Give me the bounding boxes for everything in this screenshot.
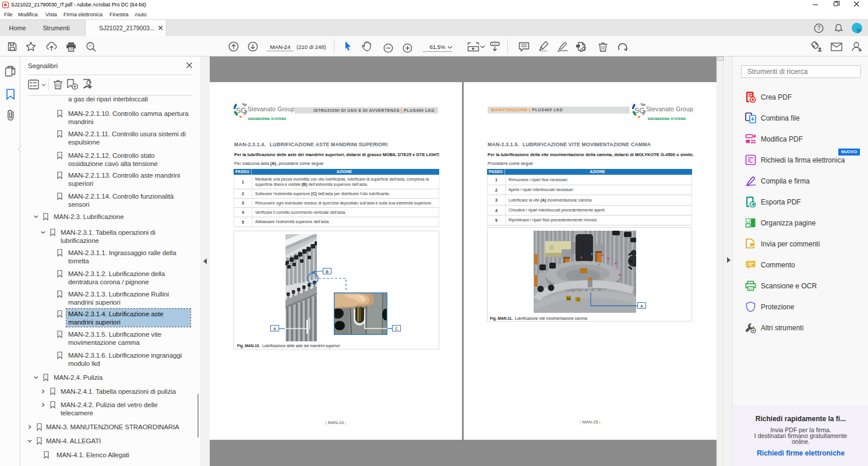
svg-text:SG: SG — [236, 107, 246, 115]
svg-text:?: ? — [817, 25, 821, 31]
svg-text:SG: SG — [634, 107, 645, 115]
